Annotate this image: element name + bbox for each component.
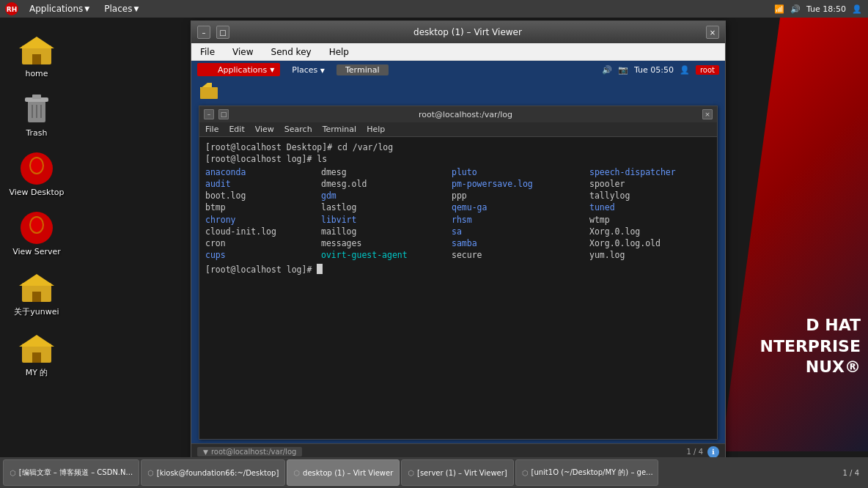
view-desktop-label: View Desktop (10, 188, 65, 197)
vm-statusbar-right: 1 / 4 ℹ (687, 446, 719, 458)
term-close[interactable]: × (702, 109, 713, 119)
clock: Tue 18:50 (806, 4, 846, 14)
term-prompt-line: [root@localhost log]# (205, 264, 711, 276)
info-btn[interactable]: ℹ (707, 446, 719, 458)
svg-point-23 (204, 64, 214, 75)
vm-topbar-right: 🔊 📷 Tue 05:50 👤 root (602, 65, 719, 75)
top-panel-right: 📶 🔊 Tue 18:50 👤 (774, 4, 868, 14)
virt-viewer-titlebar: – □ desktop (1) – Virt Viewer × (191, 21, 725, 43)
taskbar-blog[interactable]: ⬡ [编辑文章 – 博客频道 – CSDN.N... (3, 459, 139, 486)
term-menu-view[interactable]: View (252, 125, 277, 134)
trash-label: Trash (26, 128, 47, 138)
taskbar-counter: 1 / 4 (843, 469, 865, 477)
cursor (317, 264, 323, 274)
view-server-label: View Server (12, 247, 61, 256)
taskbar-server-virt[interactable]: ⬡ [server (1) – Virt Viewer] (401, 459, 514, 486)
desktop-icon-about-yunwei[interactable]: 关于yunwei (0, 267, 73, 320)
desktop-icon-home[interactable]: home (0, 29, 73, 81)
network-icon: 📶 (774, 4, 784, 14)
desktop-icon-view-desktop[interactable]: View Desktop (0, 148, 73, 200)
vm-terminal-tab[interactable]: Terminal (336, 64, 389, 75)
vm-places-btn[interactable]: Places ▼ (286, 64, 331, 75)
virt-viewer-window: – □ desktop (1) – Virt Viewer × File Vie… (191, 21, 726, 460)
my-label: MY 的 (26, 367, 48, 378)
desktop-icon-my[interactable]: MY 的 (0, 328, 73, 381)
desktop: RH Applications ▼ Places ▼ 📶 🔊 Tue 18:50… (0, 0, 868, 488)
terminal-menubar: File Edit View Search Terminal Help (199, 122, 717, 137)
term-line-2: [root@localhost log]# ls (205, 153, 711, 165)
term-menu-help[interactable]: Help (364, 125, 388, 134)
right-text: D HAT NTERPRISE NUX® (760, 315, 861, 378)
user-icon: 👤 (852, 4, 862, 14)
menu-sendkey[interactable]: Send key (265, 45, 317, 59)
term-line-1: [root@localhost Desktop]# cd /var/log (205, 141, 711, 153)
term-menu-terminal[interactable]: Terminal (320, 125, 360, 134)
svg-rect-24 (200, 87, 218, 99)
svg-marker-21 (19, 335, 54, 347)
menu-view[interactable]: View (227, 45, 259, 59)
maximize-button[interactable]: □ (216, 26, 229, 39)
terminal-tab-btn[interactable]: ▼ root@localhost:/var/log (197, 447, 302, 456)
taskbar-virt-viewer[interactable]: ⬡ desktop (1) – Virt Viewer (287, 459, 400, 486)
svg-rect-19 (32, 292, 41, 302)
home-label: home (25, 69, 48, 78)
svg-rect-22 (32, 352, 41, 363)
right-decoration: D HAT NTERPRISE NUX® (721, 18, 868, 451)
close-button[interactable]: × (706, 26, 719, 39)
terminal-body[interactable]: [root@localhost Desktop]# cd /var/log [r… (199, 137, 717, 439)
term-maximize[interactable]: □ (218, 109, 229, 119)
svg-point-13 (31, 158, 43, 173)
top-panel-left: RH Applications ▼ Places ▼ (0, 0, 144, 18)
minimize-button[interactable]: – (197, 26, 210, 39)
top-panel: RH Applications ▼ Places ▼ 📶 🔊 Tue 18:50… (0, 0, 868, 18)
svg-marker-3 (19, 37, 54, 48)
ls-output: anacondadmesgplutospeech-dispatcher audi… (205, 166, 711, 261)
menu-help[interactable]: Help (323, 45, 355, 59)
taskbar: ⬡ [编辑文章 – 博客频道 – CSDN.N... ⬡ [kiosk@foun… (0, 457, 868, 488)
svg-marker-18 (19, 274, 54, 286)
taskbar-unit[interactable]: ⬡ [unit1O (~/Desktop/MY 的) – ge... (515, 459, 658, 486)
desktop-icons: home Trash (0, 22, 88, 451)
vm-top-bar: Applications ▼ Places ▼ Terminal 🔊 📷 Tue… (191, 61, 725, 78)
vm-applications-btn[interactable]: Applications ▼ (197, 63, 280, 76)
taskbar-kiosk[interactable]: ⬡ [kiosk@foundation66:~/Desktop] (141, 459, 285, 486)
terminal-title: root@localhost:/var/log (233, 110, 698, 119)
virt-viewer-title: desktop (1) – Virt Viewer (235, 27, 700, 37)
terminal-window: – □ root@localhost:/var/log × File Edit … (199, 106, 718, 440)
vm-user-badge: root (696, 65, 719, 75)
applications-menu[interactable]: Applications ▼ (23, 0, 95, 18)
desktop-icon-view-server[interactable]: View Server (0, 207, 73, 259)
terminal-titlebar: – □ root@localhost:/var/log × (199, 106, 717, 122)
virt-viewer-menubar: File View Send key Help (191, 43, 725, 61)
svg-point-16 (31, 218, 43, 232)
term-menu-edit[interactable]: Edit (226, 125, 247, 134)
desktop-icon-trash[interactable]: Trash (0, 89, 73, 141)
svg-rect-4 (32, 54, 41, 64)
vm-toolbar (191, 78, 725, 102)
vm-display: Applications ▼ Places ▼ Terminal 🔊 📷 Tue… (191, 61, 725, 459)
volume-icon: 🔊 (790, 4, 801, 14)
svg-rect-7 (32, 95, 41, 99)
term-minimize[interactable]: – (204, 109, 214, 119)
about-yunwei-label: 关于yunwei (14, 306, 59, 317)
places-menu[interactable]: Places ▼ (98, 0, 144, 18)
term-menu-file[interactable]: File (202, 125, 221, 134)
term-menu-search[interactable]: Search (282, 125, 315, 134)
svg-text:RH: RH (7, 6, 17, 13)
menu-file[interactable]: File (194, 45, 221, 59)
